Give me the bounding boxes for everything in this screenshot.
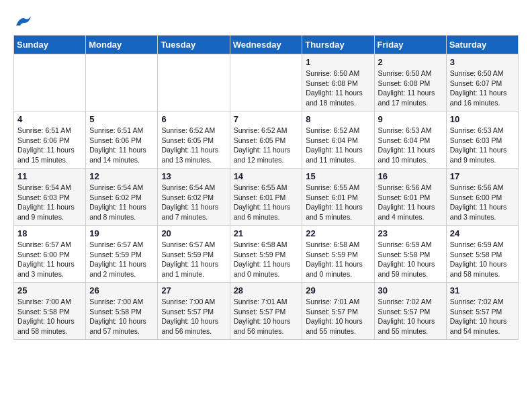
weekday-header-friday: Friday	[374, 36, 446, 54]
day-cell: 4Sunrise: 6:51 AM Sunset: 6:06 PM Daylig…	[14, 111, 86, 169]
day-info: Sunrise: 6:50 AM Sunset: 6:07 PM Dayligh…	[450, 68, 515, 108]
logo	[13, 13, 34, 28]
weekday-header-sunday: Sunday	[14, 36, 86, 54]
calendar-table: SundayMondayTuesdayWednesdayThursdayFrid…	[13, 35, 519, 340]
day-info: Sunrise: 6:59 AM Sunset: 5:58 PM Dayligh…	[378, 240, 443, 279]
day-number: 4	[17, 114, 82, 124]
day-cell: 29Sunrise: 7:01 AM Sunset: 5:57 PM Dayli…	[302, 283, 374, 340]
day-info: Sunrise: 6:54 AM Sunset: 6:02 PM Dayligh…	[161, 183, 226, 222]
day-cell: 30Sunrise: 7:02 AM Sunset: 5:57 PM Dayli…	[374, 283, 446, 340]
day-number: 17	[450, 171, 515, 181]
day-cell: 21Sunrise: 6:58 AM Sunset: 5:59 PM Dayli…	[230, 226, 302, 283]
day-number: 13	[161, 171, 226, 181]
day-cell: 2Sunrise: 6:50 AM Sunset: 6:08 PM Daylig…	[374, 54, 446, 111]
day-number: 16	[378, 171, 443, 181]
day-info: Sunrise: 6:53 AM Sunset: 6:03 PM Dayligh…	[450, 126, 515, 165]
day-info: Sunrise: 6:56 AM Sunset: 6:01 PM Dayligh…	[378, 183, 443, 222]
day-info: Sunrise: 6:51 AM Sunset: 6:06 PM Dayligh…	[89, 126, 154, 165]
day-number: 28	[234, 285, 299, 295]
day-info: Sunrise: 6:54 AM Sunset: 6:03 PM Dayligh…	[17, 183, 82, 222]
day-info: Sunrise: 6:51 AM Sunset: 6:06 PM Dayligh…	[17, 126, 82, 165]
day-info: Sunrise: 6:55 AM Sunset: 6:01 PM Dayligh…	[234, 183, 299, 222]
page-header	[13, 13, 519, 28]
week-row-4: 18Sunrise: 6:57 AM Sunset: 6:00 PM Dayli…	[14, 226, 519, 283]
weekday-header-thursday: Thursday	[302, 36, 374, 54]
day-cell: 31Sunrise: 7:02 AM Sunset: 5:57 PM Dayli…	[446, 283, 518, 340]
day-cell	[14, 54, 86, 111]
day-number: 24	[450, 228, 515, 238]
day-number: 6	[161, 114, 226, 124]
day-number: 26	[89, 285, 154, 295]
day-info: Sunrise: 6:57 AM Sunset: 5:59 PM Dayligh…	[161, 240, 226, 279]
day-cell: 3Sunrise: 6:50 AM Sunset: 6:07 PM Daylig…	[446, 54, 518, 111]
day-number: 10	[450, 114, 515, 124]
day-info: Sunrise: 6:57 AM Sunset: 5:59 PM Dayligh…	[89, 240, 154, 279]
day-cell: 12Sunrise: 6:54 AM Sunset: 6:02 PM Dayli…	[86, 169, 158, 226]
day-cell: 8Sunrise: 6:52 AM Sunset: 6:04 PM Daylig…	[302, 111, 374, 169]
day-cell	[158, 54, 230, 111]
day-cell: 13Sunrise: 6:54 AM Sunset: 6:02 PM Dayli…	[158, 169, 230, 226]
day-number: 29	[306, 285, 370, 295]
day-cell: 18Sunrise: 6:57 AM Sunset: 6:00 PM Dayli…	[14, 226, 86, 283]
day-number: 31	[450, 285, 515, 295]
day-number: 19	[89, 228, 154, 238]
day-info: Sunrise: 6:59 AM Sunset: 5:58 PM Dayligh…	[450, 240, 515, 279]
day-number: 18	[17, 228, 82, 238]
day-cell: 23Sunrise: 6:59 AM Sunset: 5:58 PM Dayli…	[374, 226, 446, 283]
day-cell: 14Sunrise: 6:55 AM Sunset: 6:01 PM Dayli…	[230, 169, 302, 226]
weekday-header-monday: Monday	[86, 36, 158, 54]
day-cell: 16Sunrise: 6:56 AM Sunset: 6:01 PM Dayli…	[374, 169, 446, 226]
day-number: 30	[378, 285, 443, 295]
day-info: Sunrise: 7:00 AM Sunset: 5:58 PM Dayligh…	[17, 297, 82, 336]
day-number: 23	[378, 228, 443, 238]
day-cell: 7Sunrise: 6:52 AM Sunset: 6:05 PM Daylig…	[230, 111, 302, 169]
day-info: Sunrise: 6:53 AM Sunset: 6:04 PM Dayligh…	[378, 126, 443, 165]
day-cell: 27Sunrise: 7:00 AM Sunset: 5:57 PM Dayli…	[158, 283, 230, 340]
week-row-3: 11Sunrise: 6:54 AM Sunset: 6:03 PM Dayli…	[14, 169, 519, 226]
weekday-header-row: SundayMondayTuesdayWednesdayThursdayFrid…	[14, 36, 519, 54]
logo-bird-icon	[15, 13, 34, 28]
day-cell: 5Sunrise: 6:51 AM Sunset: 6:06 PM Daylig…	[86, 111, 158, 169]
day-number: 27	[161, 285, 226, 295]
day-cell: 15Sunrise: 6:55 AM Sunset: 6:01 PM Dayli…	[302, 169, 374, 226]
day-cell: 17Sunrise: 6:56 AM Sunset: 6:00 PM Dayli…	[446, 169, 518, 226]
week-row-5: 25Sunrise: 7:00 AM Sunset: 5:58 PM Dayli…	[14, 283, 519, 340]
day-info: Sunrise: 7:01 AM Sunset: 5:57 PM Dayligh…	[306, 297, 370, 336]
day-info: Sunrise: 7:00 AM Sunset: 5:57 PM Dayligh…	[161, 297, 226, 336]
day-info: Sunrise: 6:56 AM Sunset: 6:00 PM Dayligh…	[450, 183, 515, 222]
day-cell	[230, 54, 302, 111]
day-info: Sunrise: 7:02 AM Sunset: 5:57 PM Dayligh…	[378, 297, 443, 336]
day-info: Sunrise: 6:54 AM Sunset: 6:02 PM Dayligh…	[89, 183, 154, 222]
day-number: 11	[17, 171, 82, 181]
day-info: Sunrise: 6:50 AM Sunset: 6:08 PM Dayligh…	[378, 68, 443, 108]
week-row-2: 4Sunrise: 6:51 AM Sunset: 6:06 PM Daylig…	[14, 111, 519, 169]
day-info: Sunrise: 6:55 AM Sunset: 6:01 PM Dayligh…	[306, 183, 370, 222]
day-info: Sunrise: 7:01 AM Sunset: 5:57 PM Dayligh…	[234, 297, 299, 336]
day-info: Sunrise: 6:58 AM Sunset: 5:59 PM Dayligh…	[306, 240, 370, 279]
day-cell: 19Sunrise: 6:57 AM Sunset: 5:59 PM Dayli…	[86, 226, 158, 283]
day-number: 22	[306, 228, 370, 238]
day-number: 7	[234, 114, 299, 124]
day-cell: 10Sunrise: 6:53 AM Sunset: 6:03 PM Dayli…	[446, 111, 518, 169]
day-info: Sunrise: 6:52 AM Sunset: 6:05 PM Dayligh…	[161, 126, 226, 165]
day-info: Sunrise: 6:50 AM Sunset: 6:08 PM Dayligh…	[306, 68, 370, 108]
day-cell: 26Sunrise: 7:00 AM Sunset: 5:58 PM Dayli…	[86, 283, 158, 340]
day-info: Sunrise: 6:52 AM Sunset: 6:04 PM Dayligh…	[306, 126, 370, 165]
day-cell: 1Sunrise: 6:50 AM Sunset: 6:08 PM Daylig…	[302, 54, 374, 111]
day-number: 21	[234, 228, 299, 238]
day-info: Sunrise: 6:52 AM Sunset: 6:05 PM Dayligh…	[234, 126, 299, 165]
day-info: Sunrise: 6:58 AM Sunset: 5:59 PM Dayligh…	[234, 240, 299, 279]
day-info: Sunrise: 6:57 AM Sunset: 6:00 PM Dayligh…	[17, 240, 82, 279]
day-number: 3	[450, 57, 515, 67]
day-cell: 25Sunrise: 7:00 AM Sunset: 5:58 PM Dayli…	[14, 283, 86, 340]
day-cell: 24Sunrise: 6:59 AM Sunset: 5:58 PM Dayli…	[446, 226, 518, 283]
day-cell: 20Sunrise: 6:57 AM Sunset: 5:59 PM Dayli…	[158, 226, 230, 283]
weekday-header-tuesday: Tuesday	[158, 36, 230, 54]
day-number: 8	[306, 114, 370, 124]
day-number: 15	[306, 171, 370, 181]
weekday-header-wednesday: Wednesday	[230, 36, 302, 54]
day-cell: 6Sunrise: 6:52 AM Sunset: 6:05 PM Daylig…	[158, 111, 230, 169]
day-info: Sunrise: 7:00 AM Sunset: 5:58 PM Dayligh…	[89, 297, 154, 336]
week-row-1: 1Sunrise: 6:50 AM Sunset: 6:08 PM Daylig…	[14, 54, 519, 111]
day-number: 25	[17, 285, 82, 295]
